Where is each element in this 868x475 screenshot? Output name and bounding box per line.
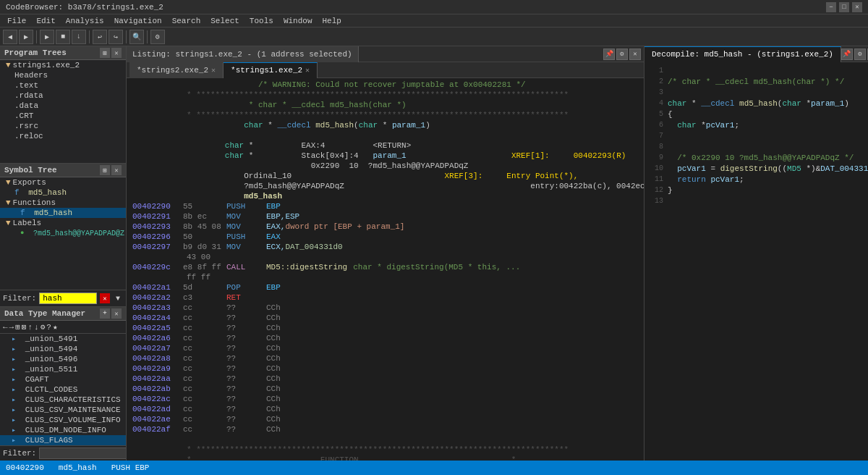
listing-line: * **************************************… [127,110,644,120]
sym-func-md5[interactable]: f md5_hash [0,208,126,218]
dt-union5491[interactable]: ▸ _union_5491 [0,334,126,344]
dt-toolbar-btn1[interactable]: ← [3,323,8,332]
dt-clus-csv-maint[interactable]: ▸ CLUS_CSV_MAINTENANCE [0,405,126,415]
tree-text[interactable]: .text [0,80,126,91]
dc-line-7: 7 [649,130,864,141]
dt-toolbar-btn7[interactable]: ⚙ [41,322,46,332]
dt-union5494[interactable]: ▸ _union_5494 [0,344,126,354]
listing-code-line: 43 00 [127,252,644,262]
listing-close-btn[interactable]: ✕ [629,49,641,60]
tab-strings1-close[interactable]: ✕ [305,66,310,75]
dt-toolbar-btn3[interactable]: ⊞ [15,322,20,332]
left-panel: Program Trees ⊞ ✕ ▼ strings1.exe_2 Heade… [0,46,127,461]
toolbar-stop[interactable]: ■ [56,30,70,44]
dt-clctl[interactable]: ▸ CLCTL_CODES [0,384,126,395]
program-tree-buttons: ⊞ ✕ [100,48,122,58]
tree-rdata[interactable]: .rdata [0,91,126,101]
menu-select[interactable]: Select [206,16,244,26]
toolbar-run[interactable]: ▶ [40,30,54,44]
listing-funcname: md5_hash [127,191,644,201]
dt-toolbar-btn5[interactable]: ↑ [27,323,33,332]
dt-toolbar-btn4[interactable]: ⊠ [22,322,27,332]
tree-reloc[interactable]: .reloc [0,131,126,141]
tree-root[interactable]: ▼ strings1.exe_2 [0,60,126,70]
menu-file[interactable]: File [3,16,30,26]
datatype-filter-input[interactable] [39,447,127,459]
sym-exports[interactable]: ▼ Exports [0,177,126,188]
dt-toolbar-btn9[interactable]: ★ [53,322,58,332]
listing-tab-controls: 📌 ⚙ ✕ [603,49,644,60]
listing-code-line: ff ff [127,272,644,282]
listing-line: * char * __cdecl md5_hash(char *) [127,100,644,110]
sym-label-mangled[interactable]: ● ?md5_hash@@YAPADPAD@Z [0,228,126,238]
toolbar-sep4 [147,30,148,43]
sym-functions[interactable]: ▼ Functions [0,198,126,208]
decompiler-snap-btn[interactable]: 📌 [841,49,853,60]
program-tree-list: ▼ strings1.exe_2 Headers .text .rdata .d… [0,60,126,163]
menu-search[interactable]: Search [168,16,205,26]
listing-options-btn[interactable]: ⚙ [616,49,628,60]
dc-line-2: 2 /* char * __cdecl md5_hash(char *) */ [649,76,864,87]
toolbar-sep1 [36,30,37,43]
minimize-button[interactable]: − [826,2,836,12]
toolbar-forward[interactable]: ▶ [19,30,33,44]
tree-headers[interactable]: Headers [0,70,126,80]
filter-input[interactable] [39,293,97,304]
dt-btn2[interactable]: ✕ [111,308,122,319]
toolbar-search[interactable]: 🔍 [129,30,144,44]
dt-cgaft[interactable]: ▸ CGAFT [0,374,126,384]
toolbar: ◀ ▶ ▶ ■ ↓ ↩ ↪ 🔍 ⚙ [0,28,868,46]
tree-data[interactable]: .data [0,101,126,111]
dt-clus-csv-vol[interactable]: ▸ CLUS_CSV_VOLUME_INFO [0,415,126,425]
tab-strings1[interactable]: *strings1.exe_2 ✕ [224,62,318,78]
tab-strings2[interactable]: *strings2.exe_2 ✕ [129,62,224,78]
toolbar-undo[interactable]: ↩ [93,30,107,44]
dt-union5496[interactable]: ▸ _union_5496 [0,354,126,364]
menu-navigation[interactable]: Navigation [110,16,166,26]
prog-tree-btn1[interactable]: ⊞ [100,48,110,58]
dt-toolbar-btn8[interactable]: ? [46,323,51,332]
program-tree-panel: Program Trees ⊞ ✕ ▼ strings1.exe_2 Heade… [0,46,126,164]
dt-clus-char[interactable]: ▸ CLUS_CHARACTERISTICS [0,395,126,405]
decompiler-options-btn[interactable]: ⚙ [854,49,866,60]
listing-content[interactable]: /* WARNING: Could not recover jumptable … [127,78,644,461]
listing-cc-line: 004022a6cc??CCh [127,333,644,343]
dc-line-6: 6 char * pcVar1 ; [649,119,864,130]
symbol-tree-header: Symbol Tree ⊞ ✕ [0,164,126,177]
toolbar-back[interactable]: ◀ [3,30,17,44]
dt-union5511[interactable]: ▸ _union_5511 [0,364,126,374]
sym-tree-btn2[interactable]: ✕ [111,165,122,175]
datatype-tree-buttons: + ✕ [100,308,122,319]
menu-window[interactable]: Window [279,16,317,26]
dt-clus-flags[interactable]: ▸ CLUS_FLAGS [0,435,126,445]
sym-export-md5[interactable]: f md5_hash [0,188,126,198]
menu-help[interactable]: Help [318,16,345,26]
maximize-button[interactable]: □ [839,2,849,12]
tree-rsrc[interactable]: .rsrc [0,121,126,131]
dt-toolbar-btn6[interactable]: ↓ [34,323,39,332]
listing-cc-line: 004022a8cc??CCh [127,353,644,363]
menu-edit[interactable]: Edit [32,16,59,26]
dt-btn1[interactable]: + [100,308,110,319]
sym-labels[interactable]: ▼ Labels [0,218,126,228]
toolbar-sep2 [89,30,90,43]
prog-tree-btn2[interactable]: ✕ [111,48,122,58]
toolbar-redo[interactable]: ↪ [109,30,123,44]
datatype-filter-row: Filter: [0,445,126,461]
dt-toolbar-btn2[interactable]: → [9,323,14,332]
toolbar-step[interactable]: ↓ [72,30,86,44]
datatype-tree-title: Data Type Manager [4,309,85,318]
close-button[interactable]: ✕ [852,2,862,12]
filter-clear-button[interactable]: ✕ [100,293,110,303]
tab-strings2-close[interactable]: ✕ [211,66,216,75]
toolbar-settings[interactable]: ⚙ [150,30,165,44]
menu-analysis[interactable]: Analysis [61,16,109,26]
listing-header-tab: Listing: strings1.exe_2 - (1 address sel… [127,46,359,62]
filter-options-button[interactable]: ▼ [113,293,123,303]
sym-tree-btn1[interactable]: ⊞ [100,165,110,175]
dt-clus-dm[interactable]: ▸ CLUS_DM_NODE_INFO [0,425,126,435]
dc-line-12: 12 } [649,185,864,196]
listing-snap-btn[interactable]: 📌 [603,49,615,60]
tree-crt[interactable]: .CRT [0,111,126,121]
menu-tools[interactable]: Tools [245,16,278,26]
